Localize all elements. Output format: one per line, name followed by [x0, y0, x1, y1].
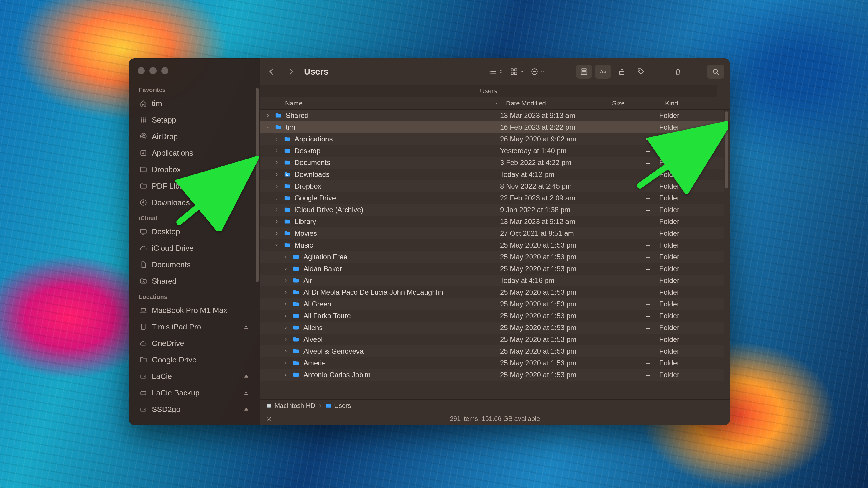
file-row[interactable]: Shared13 Mar 2023 at 9:13 am--Folder [260, 110, 724, 121]
sidebar-item-tim-s-ipad-pro[interactable]: Tim's iPad Pro [129, 319, 256, 335]
disclosure-triangle-icon[interactable] [283, 361, 291, 365]
file-row[interactable]: Applications26 May 2020 at 9:02 am--Fold… [260, 133, 724, 145]
eject-icon[interactable] [243, 373, 249, 379]
file-row[interactable]: Al Green25 May 2020 at 1:53 pm--Folder [260, 298, 724, 310]
disclosure-triangle-icon[interactable] [283, 349, 291, 353]
preview-toggle-button[interactable] [576, 65, 592, 79]
forward-button[interactable] [283, 64, 299, 79]
disclosure-triangle-icon[interactable] [283, 326, 291, 330]
file-row[interactable]: Dropbox8 Nov 2022 at 2:45 pm--Folder [260, 181, 724, 192]
disclosure-triangle-icon[interactable] [283, 267, 291, 271]
disclosure-triangle-icon[interactable] [275, 196, 283, 200]
file-row[interactable]: Amerie25 May 2020 at 1:53 pm--Folder [260, 357, 724, 369]
file-row[interactable]: tim16 Feb 2023 at 2:22 pm--Folder [260, 121, 724, 133]
sidebar-item-onedrive[interactable]: OneDrive [129, 335, 256, 352]
file-row[interactable]: Aidan Baker25 May 2020 at 1:53 pm--Folde… [260, 263, 724, 275]
disclosure-triangle-icon[interactable] [275, 172, 283, 176]
search-button[interactable] [707, 65, 724, 79]
sidebar-item-macbook-pro-m1-max[interactable]: MacBook Pro M1 Max [129, 302, 256, 319]
file-list[interactable]: Shared13 Mar 2023 at 9:13 am--Foldertim1… [260, 110, 730, 399]
tags-button[interactable] [633, 65, 649, 79]
file-row[interactable]: iCloud Drive (Archive)9 Jan 2022 at 1:38… [260, 204, 724, 216]
zoom-window-button[interactable] [161, 67, 168, 74]
file-row[interactable]: Music25 May 2020 at 1:53 pm--Folder [260, 239, 724, 251]
file-row[interactable]: Aliens25 May 2020 at 1:53 pm--Folder [260, 322, 724, 333]
sidebar-item-shared[interactable]: Shared [129, 273, 256, 289]
sidebar-scroll-thumb[interactable] [256, 88, 258, 282]
close-status-button[interactable] [266, 416, 272, 422]
eject-icon[interactable] [243, 390, 249, 396]
group-by-button[interactable] [508, 65, 526, 79]
file-row[interactable]: Documents3 Feb 2022 at 4:22 pm--Folder [260, 157, 724, 168]
list-scrollbar[interactable] [725, 111, 728, 397]
close-window-button[interactable] [138, 67, 145, 74]
disclosure-triangle-icon[interactable] [275, 220, 283, 224]
disclosure-triangle-icon[interactable] [283, 302, 291, 306]
trash-icon [674, 68, 682, 75]
sidebar-item-icloud-drive[interactable]: iCloud Drive [129, 240, 256, 256]
view-mode-list[interactable] [488, 65, 505, 79]
disclosure-triangle-icon[interactable] [275, 149, 283, 153]
file-row[interactable]: Library13 Mar 2023 at 9:12 am--Folder [260, 216, 724, 228]
disclosure-triangle-icon[interactable] [283, 255, 291, 259]
tab-users[interactable]: Users [260, 85, 717, 97]
new-tab-button[interactable] [717, 85, 730, 97]
sidebar-item-desktop[interactable]: Desktop [129, 223, 256, 240]
disclosure-triangle-icon[interactable] [275, 184, 283, 188]
sidebar-item-label: OneDrive [152, 339, 184, 348]
sidebar-item-tim[interactable]: tim [129, 95, 256, 112]
disclosure-triangle-icon[interactable] [266, 113, 274, 118]
sidebar-item-downloads[interactable]: Downloads [129, 194, 256, 211]
disclosure-triangle-icon[interactable] [283, 314, 291, 318]
file-row[interactable]: Ali Farka Toure25 May 2020 at 1:53 pm--F… [260, 310, 724, 322]
trash-button[interactable] [670, 65, 686, 79]
column-size[interactable]: Size [612, 100, 665, 107]
disclosure-triangle-icon[interactable] [283, 290, 291, 294]
disclosure-triangle-icon[interactable] [266, 125, 274, 129]
disclosure-triangle-icon[interactable] [275, 208, 283, 212]
file-row[interactable]: AirToday at 4:16 pm--Folder [260, 275, 724, 286]
folder-icon [283, 206, 291, 214]
file-row[interactable]: Al Di Meola Paco De Lucia John McLaughli… [260, 286, 724, 298]
back-button[interactable] [263, 64, 280, 79]
disclosure-triangle-icon[interactable] [275, 137, 283, 141]
disclosure-triangle-icon[interactable] [283, 373, 291, 377]
text-size-button[interactable] [595, 65, 611, 79]
share-button[interactable] [614, 65, 630, 79]
disclosure-triangle-icon[interactable] [283, 279, 291, 283]
sidebar-item-google-drive[interactable]: Google Drive [129, 352, 256, 368]
column-kind[interactable]: Kind [665, 100, 730, 107]
list-scroll-thumb[interactable] [725, 111, 728, 188]
sidebar-item-airdrop[interactable]: AirDrop [129, 128, 256, 145]
path-segment[interactable]: Users [325, 402, 351, 410]
file-row[interactable]: Movies27 Oct 2021 at 8:51 am--Folder [260, 228, 724, 239]
minimize-window-button[interactable] [150, 67, 157, 74]
column-date-modified[interactable]: Date Modified [506, 100, 612, 107]
sidebar-scrollbar[interactable] [256, 88, 258, 421]
file-row[interactable]: Alveol & Genoveva25 May 2020 at 1:53 pm-… [260, 346, 724, 357]
disclosure-triangle-icon[interactable] [275, 161, 283, 165]
path-segment[interactable]: Macintosh HD [266, 402, 315, 410]
eject-icon[interactable] [243, 324, 249, 330]
sidebar-item-lacie[interactable]: LaCie [129, 368, 256, 385]
sidebar-item-ssd2go[interactable]: SSD2go [129, 401, 256, 418]
disclosure-triangle-icon[interactable] [283, 337, 291, 341]
disclosure-triangle-icon[interactable] [275, 231, 283, 235]
file-row[interactable]: Antonio Carlos Jobim25 May 2020 at 1:53 … [260, 369, 724, 381]
sidebar-item-documents[interactable]: Documents [129, 256, 256, 273]
sidebar-item-setapp[interactable]: Setapp [129, 112, 256, 128]
sidebar-item-applications[interactable]: Applications [129, 145, 256, 161]
sidebar-item-lacie-backup[interactable]: LaCie Backup [129, 385, 256, 401]
file-row[interactable]: DownloadsToday at 4:12 pm--Folder [260, 168, 724, 181]
column-name[interactable]: Name [285, 100, 506, 107]
file-row[interactable]: Google Drive22 Feb 2023 at 2:09 am--Fold… [260, 192, 724, 204]
sidebar-item-pdf-library[interactable]: PDF Library [129, 178, 256, 194]
sidebar-item-dropbox[interactable]: Dropbox [129, 161, 256, 178]
eject-icon[interactable] [243, 406, 249, 412]
file-size: -- [606, 312, 659, 320]
disclosure-triangle-icon[interactable] [275, 243, 283, 247]
file-row[interactable]: Alveol25 May 2020 at 1:53 pm--Folder [260, 333, 724, 346]
file-row[interactable]: Agitation Free25 May 2020 at 1:53 pm--Fo… [260, 251, 724, 263]
action-menu-button[interactable] [529, 65, 547, 79]
file-row[interactable]: DesktopYesterday at 1:40 pm--Folder [260, 145, 724, 157]
